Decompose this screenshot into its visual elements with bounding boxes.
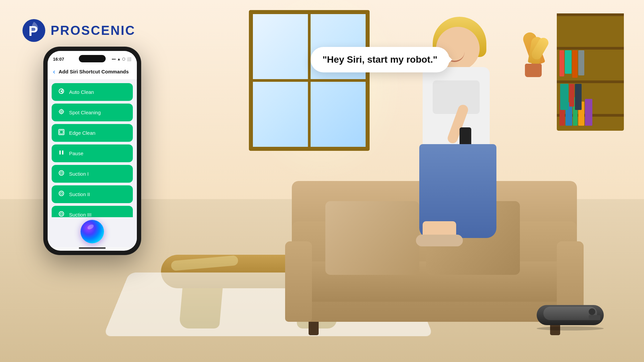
svg-point-5 [61,111,62,113]
svg-point-4 [59,110,63,114]
suction-1-icon [58,170,65,178]
svg-rect-12 [59,150,61,155]
siri-orb[interactable] [80,220,104,243]
pause-icon [58,149,65,158]
robot-vacuum [537,305,604,332]
siri-area [48,217,137,247]
phone-status-icons: ▪▪▪ ▲ ⬡ ⬜ [112,57,131,61]
svg-rect-13 [62,150,63,155]
window [249,10,370,151]
svg-rect-11 [60,130,63,134]
suction-1-label: Suction I [69,171,89,177]
phone-menu-list: Auto Clean Spot Cleaning [48,80,137,217]
edge-clean-button[interactable]: Edge Clean [52,124,133,142]
suction-2-label: Suction II [69,191,90,197]
svg-point-3 [61,90,62,92]
suction-3-button[interactable]: Suction III [52,206,133,217]
edge-clean-label: Edge Clean [69,130,95,136]
spot-cleaning-button[interactable]: Spot Cleaning [52,104,133,121]
logo-text: PROSCENIC [51,23,136,38]
speech-bubble-text: "Hey Siri, start my robot." [323,54,437,65]
svg-point-16 [59,212,64,216]
pause-label: Pause [69,150,84,156]
spot-cleaning-label: Spot Cleaning [69,110,101,115]
spot-cleaning-icon [58,108,65,117]
suction-3-icon [58,210,65,217]
suction-2-icon [58,190,65,198]
svg-point-15 [59,191,64,196]
svg-point-14 [59,171,64,175]
logo-icon: P [22,18,46,43]
plant [517,10,550,77]
phone-container: 16:07 ▪▪▪ ▲ ⬡ ⬜ ‹ Add Siri Shortcut Comm… [44,47,141,255]
speech-bubble: "Hey Siri, start my robot." [311,47,449,72]
phone-notch [79,55,106,62]
suction-2-button[interactable]: Suction II [52,185,133,203]
phone-device: 16:07 ▪▪▪ ▲ ⬡ ⬜ ‹ Add Siri Shortcut Comm… [44,47,141,255]
phone-time: 16:07 [53,57,64,62]
phone-screen: 16:07 ▪▪▪ ▲ ⬡ ⬜ ‹ Add Siri Shortcut Comm… [48,51,137,251]
auto-clean-label: Auto Clean [69,89,94,95]
pause-button[interactable]: Pause [52,144,133,162]
logo-area: P PROSCENIC [22,18,136,43]
auto-clean-icon [58,88,65,96]
auto-clean-button[interactable]: Auto Clean [52,83,133,101]
back-button[interactable]: ‹ [53,68,55,75]
edge-clean-icon [58,129,65,137]
suction-1-button[interactable]: Suction I [52,165,133,183]
suction-3-label: Suction III [69,212,92,217]
home-indicator [79,247,106,249]
phone-screen-title: Add Siri Shortcut Commands [59,69,129,74]
bookshelf [557,13,624,131]
phone-status-bar: 16:07 ▪▪▪ ▲ ⬡ ⬜ [48,51,137,65]
phone-header: ‹ Add Siri Shortcut Commands [48,65,137,80]
